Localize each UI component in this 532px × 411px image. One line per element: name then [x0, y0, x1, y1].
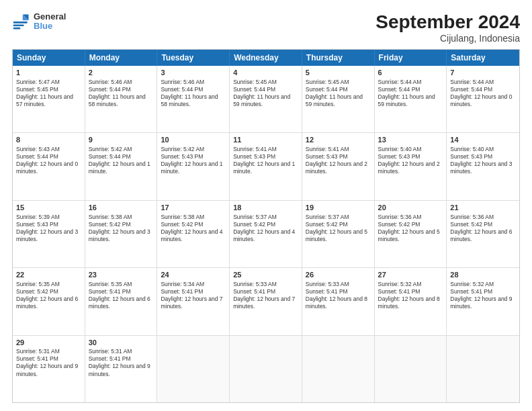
sunset-info: Sunset: 5:44 PM [378, 86, 443, 93]
calendar-row: 15Sunrise: 5:39 AMSunset: 5:43 PMDayligh… [13, 201, 519, 268]
sunrise-info: Sunrise: 5:33 AM [306, 281, 371, 288]
sunrise-info: Sunrise: 5:45 AM [233, 79, 298, 86]
day-number: 24 [161, 270, 226, 280]
sunset-info: Sunset: 5:43 PM [233, 153, 298, 161]
daylight-info: Daylight: 11 hours and 59 minutes. [306, 93, 371, 108]
daylight-info: Daylight: 11 hours and 57 minutes. [16, 93, 81, 108]
sunset-info: Sunset: 5:44 PM [306, 86, 371, 93]
daylight-info: Daylight: 12 hours and 3 minutes. [450, 161, 516, 175]
sunrise-info: Sunrise: 5:44 AM [450, 79, 516, 86]
cal-header-day: Wednesday [230, 50, 302, 66]
sunset-info: Sunset: 5:42 PM [450, 221, 516, 228]
sunset-info: Sunset: 5:41 PM [16, 355, 81, 363]
calendar-cell: 6Sunrise: 5:44 AMSunset: 5:44 PMDaylight… [375, 66, 447, 132]
daylight-info: Daylight: 12 hours and 0 minutes. [450, 93, 516, 108]
calendar-cell: 29Sunrise: 5:31 AMSunset: 5:41 PMDayligh… [13, 336, 85, 402]
day-number: 21 [450, 203, 516, 213]
sunrise-info: Sunrise: 5:38 AM [89, 214, 154, 221]
day-number: 13 [378, 135, 443, 145]
page: General Blue September 2024 Cijulang, In… [0, 0, 532, 411]
sunset-info: Sunset: 5:45 PM [16, 86, 81, 93]
sunrise-info: Sunrise: 5:36 AM [450, 214, 516, 221]
sunrise-info: Sunrise: 5:45 AM [306, 79, 371, 86]
sunset-info: Sunset: 5:42 PM [16, 288, 81, 295]
sunset-info: Sunset: 5:41 PM [378, 288, 443, 295]
calendar-cell: 22Sunrise: 5:35 AMSunset: 5:42 PMDayligh… [13, 268, 85, 334]
sunrise-info: Sunrise: 5:40 AM [378, 146, 443, 153]
title-block: September 2024 Cijulang, Indonesia [375, 12, 520, 44]
daylight-info: Daylight: 12 hours and 1 minute. [89, 161, 154, 175]
logo-text: General Blue [34, 12, 66, 32]
daylight-info: Daylight: 11 hours and 58 minutes. [89, 93, 154, 108]
calendar-body: 1Sunrise: 5:47 AMSunset: 5:45 PMDaylight… [13, 66, 519, 402]
logo-line2: Blue [34, 21, 66, 31]
sunrise-info: Sunrise: 5:31 AM [16, 348, 81, 355]
daylight-info: Daylight: 12 hours and 5 minutes. [378, 228, 443, 243]
daylight-info: Daylight: 12 hours and 4 minutes. [233, 228, 298, 243]
logo-line1: General [34, 12, 66, 21]
calendar-cell [230, 336, 302, 402]
calendar-cell: 23Sunrise: 5:35 AMSunset: 5:41 PMDayligh… [85, 268, 158, 334]
sunset-info: Sunset: 5:44 PM [89, 86, 154, 93]
sunset-info: Sunset: 5:43 PM [161, 153, 226, 161]
sunset-info: Sunset: 5:43 PM [306, 153, 371, 161]
sunset-info: Sunset: 5:44 PM [233, 86, 298, 93]
daylight-info: Daylight: 12 hours and 6 minutes. [89, 295, 154, 310]
sunset-info: Sunset: 5:41 PM [89, 288, 154, 295]
calendar-cell: 11Sunrise: 5:41 AMSunset: 5:43 PMDayligh… [230, 133, 302, 199]
day-number: 22 [16, 270, 81, 280]
day-number: 3 [161, 68, 226, 78]
calendar-cell: 25Sunrise: 5:33 AMSunset: 5:41 PMDayligh… [230, 268, 302, 334]
day-number: 15 [16, 203, 81, 213]
sunset-info: Sunset: 5:42 PM [161, 221, 226, 228]
sunrise-info: Sunrise: 5:41 AM [306, 146, 371, 153]
daylight-info: Daylight: 12 hours and 9 minutes. [16, 363, 81, 377]
cal-header-day: Sunday [13, 50, 85, 66]
day-number: 20 [378, 203, 443, 213]
day-number: 5 [306, 68, 371, 78]
day-number: 17 [161, 203, 226, 213]
daylight-info: Daylight: 12 hours and 1 minute. [161, 161, 226, 175]
day-number: 1 [16, 68, 81, 78]
sunrise-info: Sunrise: 5:47 AM [16, 79, 81, 86]
daylight-info: Daylight: 12 hours and 7 minutes. [233, 295, 298, 310]
sunset-info: Sunset: 5:41 PM [161, 288, 226, 295]
sunset-info: Sunset: 5:41 PM [306, 288, 371, 295]
sunrise-info: Sunrise: 5:44 AM [378, 79, 443, 86]
sunrise-info: Sunrise: 5:41 AM [233, 146, 298, 153]
day-number: 4 [233, 68, 298, 78]
calendar-row: 22Sunrise: 5:35 AMSunset: 5:42 PMDayligh… [13, 268, 519, 335]
sunrise-info: Sunrise: 5:46 AM [161, 79, 226, 86]
calendar-cell: 19Sunrise: 5:37 AMSunset: 5:42 PMDayligh… [302, 201, 375, 267]
calendar: SundayMondayTuesdayWednesdayThursdayFrid… [12, 49, 520, 403]
day-number: 12 [306, 135, 371, 145]
logo-icon [12, 12, 31, 31]
daylight-info: Daylight: 12 hours and 3 minutes. [16, 228, 81, 243]
page-subtitle: Cijulang, Indonesia [375, 33, 520, 44]
cal-header-day: Saturday [447, 50, 519, 66]
sunset-info: Sunset: 5:44 PM [89, 153, 154, 161]
calendar-cell: 21Sunrise: 5:36 AMSunset: 5:42 PMDayligh… [447, 201, 519, 267]
daylight-info: Daylight: 11 hours and 59 minutes. [378, 93, 443, 108]
daylight-info: Daylight: 12 hours and 7 minutes. [161, 295, 226, 310]
day-number: 30 [89, 338, 154, 348]
cal-header-day: Monday [85, 50, 158, 66]
calendar-cell [157, 336, 230, 402]
daylight-info: Daylight: 12 hours and 8 minutes. [378, 295, 443, 310]
calendar-cell: 7Sunrise: 5:44 AMSunset: 5:44 PMDaylight… [447, 66, 519, 132]
day-number: 2 [89, 68, 154, 78]
calendar-cell: 26Sunrise: 5:33 AMSunset: 5:41 PMDayligh… [302, 268, 375, 334]
calendar-cell: 1Sunrise: 5:47 AMSunset: 5:45 PMDaylight… [13, 66, 85, 132]
day-number: 8 [16, 135, 81, 145]
sunrise-info: Sunrise: 5:31 AM [89, 348, 154, 355]
daylight-info: Daylight: 12 hours and 5 minutes. [306, 228, 371, 243]
calendar-cell: 5Sunrise: 5:45 AMSunset: 5:44 PMDaylight… [302, 66, 375, 132]
sunrise-info: Sunrise: 5:34 AM [161, 281, 226, 288]
calendar-cell: 10Sunrise: 5:42 AMSunset: 5:43 PMDayligh… [157, 133, 230, 199]
sunset-info: Sunset: 5:44 PM [16, 153, 81, 161]
svg-rect-3 [13, 21, 28, 24]
daylight-info: Daylight: 12 hours and 9 minutes. [89, 363, 154, 377]
sunset-info: Sunset: 5:41 PM [233, 288, 298, 295]
sunset-info: Sunset: 5:42 PM [378, 221, 443, 228]
sunset-info: Sunset: 5:42 PM [89, 221, 154, 228]
